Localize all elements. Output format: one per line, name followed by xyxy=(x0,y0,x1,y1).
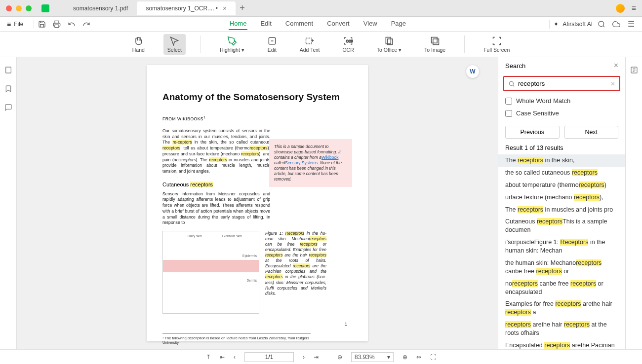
cloud-icon[interactable] xyxy=(612,20,620,28)
menu-edit[interactable]: Edit xyxy=(259,18,272,30)
titlebar: somatosensory 1.pdf somatosensory 1_OCR.… xyxy=(0,0,642,17)
zoom-select[interactable]: 83.93%▾ xyxy=(351,352,394,362)
tab-doc-1[interactable]: somatosensory 1.pdf xyxy=(64,2,137,15)
window-controls xyxy=(6,5,32,11)
svg-rect-7 xyxy=(431,37,437,43)
tool-ocr[interactable]: OCR OCR xyxy=(338,34,358,55)
properties-icon[interactable] xyxy=(630,66,638,74)
search-result-item[interactable]: about temperature (thermoreceptors) xyxy=(498,179,625,191)
case-sensitive-option[interactable]: Case Sensitive xyxy=(505,109,618,117)
thumbnails-icon[interactable] xyxy=(4,66,12,74)
search-result-item[interactable]: receptors arethe hair receptors at the r… xyxy=(498,319,625,339)
case-sensitive-checkbox[interactable] xyxy=(505,110,512,117)
zoom-in-icon[interactable]: ⊕ xyxy=(402,354,407,361)
close-tab-icon[interactable]: × xyxy=(223,4,227,12)
tool-add-text[interactable]: Add Text xyxy=(296,34,324,55)
word-export-badge[interactable]: W xyxy=(466,65,479,78)
wikibook-link[interactable]: Wikibook xyxy=(321,155,338,160)
svg-rect-9 xyxy=(5,67,11,73)
svg-text:OCR: OCR xyxy=(346,39,353,42)
search-result-item[interactable]: the human skin: Mechanoreceptors canbe f… xyxy=(498,257,625,278)
add-text-icon xyxy=(305,36,315,46)
tool-fullscreen[interactable]: Full Screen xyxy=(480,34,514,55)
maximize-window-icon[interactable] xyxy=(26,5,32,11)
tool-edit[interactable]: Edit xyxy=(263,34,281,55)
previous-button[interactable]: Previous xyxy=(505,126,560,139)
sensory-systems-link[interactable]: Sensory Systems xyxy=(285,160,318,165)
clear-search-icon[interactable]: ✕ xyxy=(610,80,615,87)
whole-word-option[interactable]: Whole Word Match xyxy=(505,97,618,105)
menu-comment[interactable]: Comment xyxy=(284,18,314,30)
search-result-item[interactable]: i'sorpuscleFigure 1: Receptors in the hu… xyxy=(498,236,625,257)
tool-to-image[interactable]: To Image xyxy=(420,34,449,55)
whole-word-checkbox[interactable] xyxy=(505,98,512,105)
search-result-item[interactable]: The receptors in muscles and joints pro xyxy=(498,204,625,216)
tool-highlight[interactable]: Highlight ▾ xyxy=(216,34,248,55)
svg-point-1 xyxy=(599,21,604,27)
page-number: 1 xyxy=(345,322,347,327)
page-number-input[interactable] xyxy=(244,352,294,362)
figure-image: Hairy skin Glabrous skin Epidermis Dermi… xyxy=(162,231,259,314)
paragraph-2: Sensory information from Meissner corpus… xyxy=(162,191,270,226)
search-result-item[interactable]: the so called cutaneous receptors xyxy=(498,167,625,179)
document-viewport[interactable]: W Anatomy of the Somatosensory System FR… xyxy=(17,57,498,349)
fullscreen-icon xyxy=(492,36,502,46)
user-avatar[interactable] xyxy=(616,4,625,13)
search-input-box[interactable]: ✕ xyxy=(503,76,620,91)
tool-to-office[interactable]: To Office ▾ xyxy=(373,34,405,55)
minimize-window-icon[interactable] xyxy=(16,5,22,11)
new-tab-button[interactable]: + xyxy=(240,3,245,13)
sample-note-box: This is a sample document to showcase pa… xyxy=(269,139,352,187)
menu-view[interactable]: View xyxy=(362,18,378,30)
file-menu[interactable]: ≡File xyxy=(7,20,24,28)
search-result-item[interactable]: Encapsulated receptors arethe Pacinian c… xyxy=(498,339,625,349)
first-page-icon[interactable]: ⇤ xyxy=(220,354,225,361)
search-result-item[interactable]: Examples for free receptors arethe hair … xyxy=(498,298,625,319)
document-tabs: somatosensory 1.pdf somatosensory 1_OCR.… xyxy=(64,1,616,15)
search-result-item[interactable]: The receptors in the skin, xyxy=(498,154,625,167)
figure-caption: Figure 1: Receptors in the hu-man skin: … xyxy=(265,231,326,314)
footnote: ¹ The following description is based on … xyxy=(162,333,311,345)
cursor-icon xyxy=(169,36,179,46)
results-count: Result 1 of 13 results xyxy=(498,142,625,154)
undo-icon[interactable] xyxy=(68,20,76,28)
fit-page-icon[interactable]: ⛶ xyxy=(430,354,436,361)
doc-title: Anatomy of the Somatosensory System xyxy=(162,92,352,103)
redo-icon[interactable] xyxy=(82,20,90,28)
app-menu-icon[interactable]: ≡ xyxy=(632,4,636,13)
search-input[interactable] xyxy=(518,80,607,87)
next-button[interactable]: Next xyxy=(564,126,619,139)
menu-page[interactable]: Page xyxy=(390,18,407,30)
menubar: ≡File Home Edit Comment Convert View Pag… xyxy=(0,17,642,32)
prev-page-icon[interactable]: ‹ xyxy=(234,354,236,361)
search-result-item[interactable]: noreceptors canbe free receptors or enca… xyxy=(498,278,625,298)
settings-lines-icon[interactable]: ☰ xyxy=(627,20,635,28)
tab-doc-2[interactable]: somatosensory 1_OCR.... • × xyxy=(137,1,236,15)
save-icon[interactable] xyxy=(38,20,46,28)
svg-rect-3 xyxy=(306,38,312,44)
search-result-item[interactable]: urface texture (mechano receptors), xyxy=(498,191,625,204)
next-page-icon[interactable]: › xyxy=(303,354,305,361)
svg-rect-8 xyxy=(433,38,439,44)
tool-select[interactable]: Select xyxy=(163,34,186,55)
menu-convert[interactable]: Convert xyxy=(326,18,351,30)
search-result-item[interactable]: Cutaneous receptorsThis is a sample docu… xyxy=(498,216,625,236)
zoom-out-icon[interactable]: ⊖ xyxy=(337,354,342,361)
menu-home[interactable]: Home xyxy=(229,18,248,30)
scroll-top-icon[interactable]: ⤒ xyxy=(206,354,211,361)
ai-button[interactable]: ✦ Afirstsoft AI xyxy=(554,21,593,28)
svg-point-10 xyxy=(509,81,513,85)
search-icon[interactable] xyxy=(598,20,605,28)
content-area: W Anatomy of the Somatosensory System FR… xyxy=(0,57,642,349)
close-window-icon[interactable] xyxy=(6,5,12,11)
left-sidebar xyxy=(0,57,17,349)
tool-hand[interactable]: Hand xyxy=(128,34,149,55)
right-sidebar xyxy=(625,57,642,349)
bookmarks-icon[interactable] xyxy=(4,85,12,93)
comments-icon[interactable] xyxy=(4,104,12,111)
print-icon[interactable] xyxy=(53,20,61,28)
edit-icon xyxy=(267,36,277,46)
last-page-icon[interactable]: ⇥ xyxy=(314,354,319,361)
close-search-icon[interactable]: × xyxy=(614,61,618,70)
fit-width-icon[interactable]: ⇔ xyxy=(416,354,421,361)
